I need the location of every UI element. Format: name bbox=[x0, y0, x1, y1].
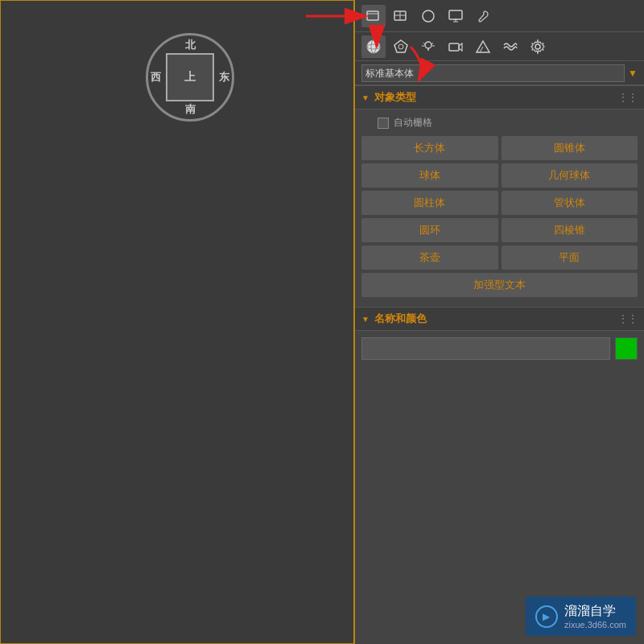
name-color-section-header[interactable]: ▼ 名称和颜色 ⋮⋮ bbox=[355, 307, 644, 331]
watermark-text-block: 溜溜自学 zixue.3d66.com bbox=[564, 603, 626, 630]
watermark-sub-text: zixue.3d66.com bbox=[564, 620, 626, 630]
plane-button[interactable]: 平面 bbox=[502, 246, 638, 270]
watermark-play-icon: ▶ bbox=[535, 605, 558, 628]
tube-button[interactable]: 管状体 bbox=[502, 191, 638, 215]
watermark: ▶ 溜溜自学 zixue.3d66.com bbox=[526, 597, 636, 636]
frame2-icon[interactable] bbox=[389, 5, 413, 27]
camera-tab-icon[interactable] bbox=[444, 35, 468, 58]
svg-point-10 bbox=[367, 40, 380, 53]
compass-east: 东 bbox=[219, 70, 229, 85]
object-types-body: 自动栅格 长方体 圆锥体 球体 几何球体 圆柱体 管状体 圆环 四棱锥 茶壶 平… bbox=[355, 109, 644, 307]
svg-line-24 bbox=[480, 47, 483, 52]
geosphere-button[interactable]: 几何球体 bbox=[502, 163, 638, 188]
sphere-button[interactable]: 球体 bbox=[361, 163, 498, 188]
wrench-icon[interactable] bbox=[471, 5, 495, 27]
svg-line-18 bbox=[431, 43, 433, 44]
svg-point-15 bbox=[425, 42, 431, 48]
compass-circle: 北 南 东 西 上 bbox=[146, 33, 234, 122]
color-swatch[interactable] bbox=[615, 337, 638, 360]
section-options-dots: ⋮⋮ bbox=[618, 92, 638, 103]
object-type-button-grid: 长方体 圆锥体 球体 几何球体 圆柱体 管状体 圆环 四棱锥 茶壶 平面 bbox=[361, 136, 638, 270]
viewport[interactable]: 北 南 东 西 上 bbox=[0, 0, 354, 644]
circle-icon[interactable] bbox=[416, 5, 440, 27]
svg-rect-21 bbox=[449, 43, 459, 51]
svg-point-5 bbox=[423, 10, 434, 22]
svg-point-14 bbox=[398, 44, 403, 49]
toolbar-top bbox=[355, 0, 644, 32]
compass-inner: 上 bbox=[166, 53, 214, 101]
box-button[interactable]: 长方体 bbox=[361, 136, 498, 160]
name-color-body bbox=[355, 331, 644, 366]
object-types-title: 对象类型 bbox=[374, 90, 416, 105]
watermark-main-text: 溜溜自学 bbox=[564, 603, 626, 620]
name-color-title: 名称和颜色 bbox=[374, 312, 427, 326]
frame-icon[interactable] bbox=[361, 5, 386, 27]
enhanced-text-button[interactable]: 加强型文本 bbox=[361, 273, 638, 297]
object-category-dropdown[interactable]: 标准基本体 扩展基本体 复合对象 bbox=[361, 64, 625, 82]
right-panel: 标准基本体 扩展基本体 复合对象 ▼ ▼ 对象类型 ⋮⋮ 自动栅格 长方体 圆锥… bbox=[354, 0, 644, 644]
object-name-input[interactable] bbox=[361, 337, 610, 360]
cone-button[interactable]: 圆锥体 bbox=[502, 136, 638, 160]
pyramid-button[interactable]: 四棱锥 bbox=[502, 218, 638, 242]
compass-south: 南 bbox=[185, 102, 196, 117]
toolbar-second bbox=[355, 32, 644, 61]
auto-grid-checkbox[interactable] bbox=[378, 118, 389, 129]
panel-content: ▼ 对象类型 ⋮⋮ 自动栅格 长方体 圆锥体 球体 几何球体 圆柱体 管状体 圆… bbox=[355, 85, 644, 644]
extra-button-row: 加强型文本 bbox=[361, 273, 638, 297]
auto-grid-label: 自动栅格 bbox=[394, 116, 432, 130]
torus-button[interactable]: 圆环 bbox=[361, 218, 498, 242]
settings-tab-icon[interactable] bbox=[526, 35, 550, 58]
name-color-collapse-arrow: ▼ bbox=[361, 315, 369, 324]
compass-widget: 北 南 东 西 上 bbox=[146, 33, 234, 122]
terrain-tab-icon[interactable] bbox=[471, 35, 495, 58]
sphere-tab-icon[interactable] bbox=[361, 35, 386, 58]
compass-north: 北 bbox=[185, 38, 196, 52]
teapot-button[interactable]: 茶壶 bbox=[361, 246, 498, 270]
cylinder-button[interactable]: 圆柱体 bbox=[361, 191, 498, 215]
poly-tab-icon[interactable] bbox=[389, 35, 413, 58]
svg-rect-0 bbox=[367, 11, 378, 20]
light-tab-icon[interactable] bbox=[416, 35, 440, 58]
section-collapse-arrow: ▼ bbox=[361, 93, 369, 102]
auto-grid-row: 自动栅格 bbox=[361, 116, 638, 130]
svg-line-17 bbox=[423, 43, 425, 44]
svg-rect-6 bbox=[449, 10, 462, 19]
dropdown-arrow-icon: ▼ bbox=[628, 68, 638, 79]
name-color-input-row bbox=[361, 337, 638, 360]
screen-icon[interactable] bbox=[444, 5, 468, 27]
dropdown-bar: 标准基本体 扩展基本体 复合对象 ▼ bbox=[355, 61, 644, 85]
compass-west: 西 bbox=[151, 70, 161, 85]
wave-tab-icon[interactable] bbox=[498, 35, 522, 58]
name-color-options-dots: ⋮⋮ bbox=[618, 313, 638, 324]
svg-point-25 bbox=[535, 44, 540, 49]
svg-marker-13 bbox=[394, 40, 407, 52]
compass-center-label: 上 bbox=[184, 70, 196, 85]
object-types-section-header[interactable]: ▼ 对象类型 ⋮⋮ bbox=[355, 85, 644, 109]
